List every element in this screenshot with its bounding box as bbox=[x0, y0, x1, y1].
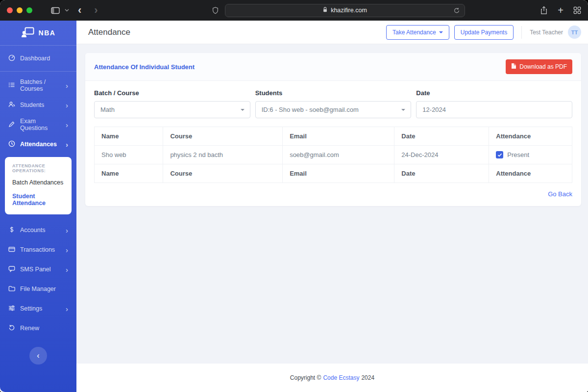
take-attendance-button[interactable]: Take Attendance bbox=[386, 25, 449, 40]
column-header-date: Date bbox=[394, 127, 489, 146]
sidebar-toggle-icon[interactable] bbox=[51, 7, 60, 14]
date-label: Date bbox=[416, 89, 572, 97]
close-window-button[interactable] bbox=[7, 7, 13, 13]
chat-icon bbox=[8, 265, 15, 274]
cell-name: Sho web bbox=[95, 146, 163, 164]
update-payments-button[interactable]: Update Payments bbox=[454, 25, 514, 40]
students-label: Students bbox=[255, 89, 412, 97]
column-header-attendance: Attendance bbox=[489, 127, 572, 146]
attendance-table: Name Course Email Date Attendance Sho we… bbox=[85, 126, 581, 183]
column-footer-email: Email bbox=[283, 164, 394, 183]
cell-date: 24-Dec-2024 bbox=[394, 146, 489, 164]
lock-icon bbox=[322, 6, 328, 14]
window-controls bbox=[7, 7, 32, 13]
sidebar-item-renew[interactable]: Renew bbox=[0, 318, 76, 338]
sidebar-item-exam-questions[interactable]: Exam Questions › bbox=[0, 115, 76, 134]
copyright-year: 2024 bbox=[361, 374, 374, 381]
column-header-name: Name bbox=[95, 127, 163, 146]
present-checkbox[interactable] bbox=[496, 151, 503, 158]
tab-overview-icon[interactable] bbox=[573, 6, 581, 14]
column-header-email: Email bbox=[283, 127, 394, 146]
sidebar-item-settings[interactable]: Settings › bbox=[0, 299, 76, 318]
caret-down-icon bbox=[401, 109, 405, 111]
chevron-right-icon: › bbox=[66, 121, 68, 129]
cell-course: physics 2 nd bacth bbox=[163, 146, 283, 164]
topbar: Attendance Take Attendance Update Paymen… bbox=[76, 21, 588, 44]
dollar-icon bbox=[8, 226, 15, 235]
privacy-shield-icon[interactable] bbox=[212, 6, 219, 15]
go-back-link[interactable]: Go Back bbox=[548, 190, 572, 198]
column-footer-course: Course bbox=[163, 164, 283, 183]
sidebar-item-dashboard[interactable]: Dashboard bbox=[0, 49, 76, 68]
back-icon[interactable]: ‹ bbox=[74, 5, 85, 16]
reload-icon[interactable] bbox=[453, 7, 460, 16]
page-content: Attendance Of Individual Student Downloa… bbox=[76, 44, 588, 364]
brand[interactable]: NBA bbox=[0, 21, 76, 45]
cell-attendance: Present bbox=[489, 146, 572, 164]
footer: Copyright © Code Ecstasy 2024 bbox=[76, 364, 588, 392]
filter-form: Batch / Course Math Students ID:6 - Sho … bbox=[85, 81, 581, 126]
new-tab-icon[interactable]: + bbox=[558, 5, 564, 15]
column-footer-date: Date bbox=[394, 164, 489, 183]
browser-window: ‹ › khazifire.com bbox=[0, 0, 588, 392]
sidebar-item-file-manager[interactable]: File Manager bbox=[0, 279, 76, 299]
brand-name: NBA bbox=[39, 29, 56, 37]
sidebar: NBA Dashboard bbox=[0, 21, 76, 392]
avatar[interactable]: TT bbox=[568, 26, 581, 39]
submenu-item-student-attendance[interactable]: Student Attendance bbox=[12, 193, 64, 207]
url-text: khazifire.com bbox=[331, 7, 367, 14]
sliders-icon bbox=[8, 305, 15, 313]
column-footer-attendance: Attendance bbox=[489, 164, 572, 183]
students-select[interactable]: ID:6 - Sho web - soeb@gmail.com bbox=[255, 101, 412, 118]
sidebar-item-accounts[interactable]: Accounts › bbox=[0, 220, 76, 240]
card-title: Attendance Of Individual Student bbox=[94, 63, 195, 71]
copyright-text: Copyright © bbox=[290, 374, 321, 381]
address-bar[interactable]: khazifire.com bbox=[225, 4, 465, 17]
folder-icon bbox=[8, 285, 15, 293]
pdf-file-icon bbox=[511, 63, 516, 71]
column-header-course: Course bbox=[163, 127, 283, 146]
chevron-right-icon: › bbox=[66, 82, 68, 89]
topbar-divider bbox=[521, 26, 522, 39]
download-pdf-button[interactable]: Download as PDF bbox=[506, 59, 572, 74]
batch-course-select[interactable]: Math bbox=[94, 101, 250, 118]
chevron-right-icon: › bbox=[66, 141, 68, 148]
table-row: Sho web physics 2 nd bacth soeb@gmail.co… bbox=[95, 146, 572, 164]
chevron-right-icon: › bbox=[66, 227, 68, 234]
sidebar-item-students[interactable]: Students › bbox=[0, 95, 76, 115]
page-title: Attendance bbox=[88, 27, 130, 37]
caret-down-icon bbox=[439, 31, 443, 33]
cell-email: soeb@gmail.com bbox=[283, 146, 394, 164]
submenu-item-batch-attendances[interactable]: Batch Attendances bbox=[12, 179, 64, 186]
date-input[interactable] bbox=[416, 101, 572, 118]
clock-icon bbox=[8, 140, 15, 149]
attendance-card: Attendance Of Individual Student Downloa… bbox=[85, 53, 581, 206]
presenter-icon bbox=[21, 27, 34, 39]
user-name: Test Teacher bbox=[530, 29, 563, 36]
sidebar-item-batches-courses[interactable]: Batches / Courses › bbox=[0, 76, 76, 95]
sidebar-item-sms-panel[interactable]: SMS Panel › bbox=[0, 260, 76, 279]
chevron-down-icon[interactable] bbox=[65, 9, 69, 12]
forward-icon[interactable]: › bbox=[90, 5, 101, 16]
company-link[interactable]: Code Ecstasy bbox=[323, 374, 359, 381]
list-icon bbox=[8, 81, 15, 90]
submenu-title: ATTENDANCE OPERATIONS: bbox=[12, 163, 64, 173]
chevron-right-icon: › bbox=[66, 102, 68, 109]
browser-chrome: ‹ › khazifire.com bbox=[0, 0, 588, 21]
share-icon[interactable] bbox=[540, 6, 548, 15]
chevron-right-icon: › bbox=[66, 246, 68, 254]
minimize-window-button[interactable] bbox=[17, 7, 23, 13]
refresh-icon bbox=[8, 324, 15, 333]
column-footer-name: Name bbox=[95, 164, 163, 183]
attendance-submenu: ATTENDANCE OPERATIONS: Batch Attendances… bbox=[5, 157, 72, 214]
pencil-icon bbox=[8, 121, 15, 129]
table-header-row: Name Course Email Date Attendance bbox=[95, 127, 572, 146]
sidebar-collapse-button[interactable]: ‹ bbox=[29, 347, 47, 365]
sidebar-item-transactions[interactable]: Transactions › bbox=[0, 240, 76, 260]
dashboard-icon bbox=[8, 54, 15, 63]
batch-course-label: Batch / Course bbox=[94, 89, 250, 97]
chevron-right-icon: › bbox=[66, 305, 68, 313]
sidebar-item-attendances[interactable]: Attendances › bbox=[0, 134, 76, 154]
students-icon bbox=[8, 101, 15, 109]
zoom-window-button[interactable] bbox=[26, 7, 32, 13]
